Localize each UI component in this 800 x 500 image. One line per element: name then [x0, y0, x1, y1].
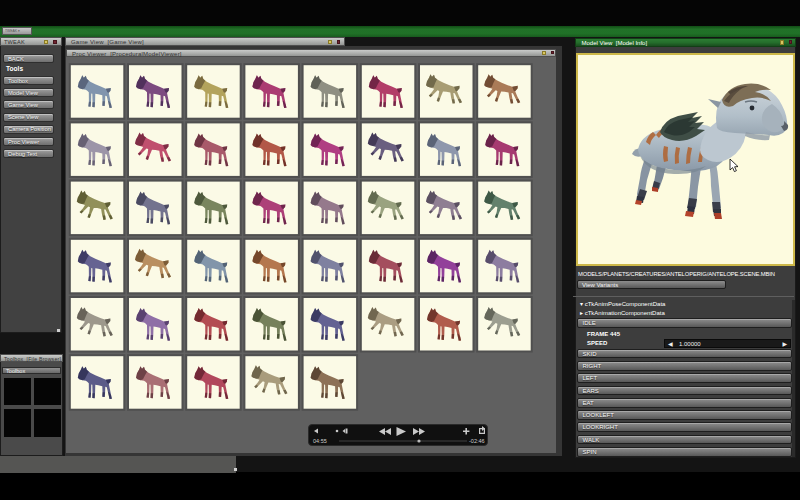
- svg-text:-02:46: -02:46: [469, 438, 485, 444]
- svg-text:04:55: 04:55: [313, 438, 327, 444]
